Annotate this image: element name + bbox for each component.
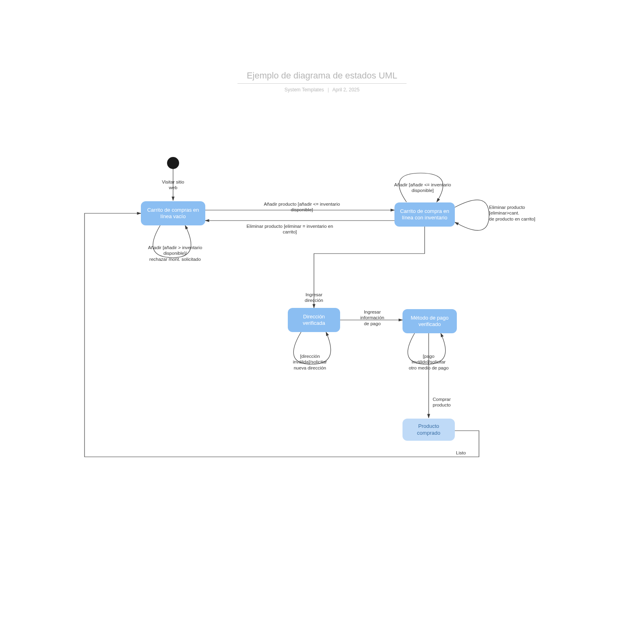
state-cart-with-inventory-label: Carrito de compra en línea con inventari… [398,208,451,221]
label-enter-address: Ingresar dirección [298,292,330,303]
label-remove-product-eq: Eliminar producto [eliminar = inventario… [229,223,350,235]
label-remove-gt-cant-self: Eliminar producto [eliminar>cant. de pro… [489,204,549,222]
state-purchased-label: Producto comprado [407,423,451,436]
state-payment-verified: Método de pago verificado [402,309,457,333]
label-add-reject-self: Añadir [añadir > inventario disponible]/… [139,245,211,262]
initial-state [167,157,179,169]
label-invalid-address: [dirección inválida]/solicitar nueva dir… [282,353,338,371]
state-empty-cart: Carrito de compras en línea vacío [141,201,205,225]
state-purchased: Producto comprado [402,419,455,441]
label-add-leq-inv-self: Añadir [añadir <= inventario disponible] [386,182,459,194]
label-buy-product: Comprar producto [433,396,461,408]
label-visit-web: Visitar sitio web [159,179,187,191]
state-payment-verified-label: Método de pago verificado [407,315,453,328]
label-enter-payment: Ingresar información de pago [354,309,390,326]
state-cart-with-inventory: Carrito de compra en línea con inventari… [394,202,455,227]
label-invalid-payment: [pago inválido]/solicitar otro medio de … [398,353,459,371]
label-add-product: Añadir producto [añadir <= inventario di… [246,201,358,213]
label-done: Listo [456,450,476,456]
state-address-verified: Dirección verificada [288,308,340,332]
state-address-verified-label: Dirección verificada [292,314,336,327]
state-empty-cart-label: Carrito de compras en línea vacío [145,207,201,220]
